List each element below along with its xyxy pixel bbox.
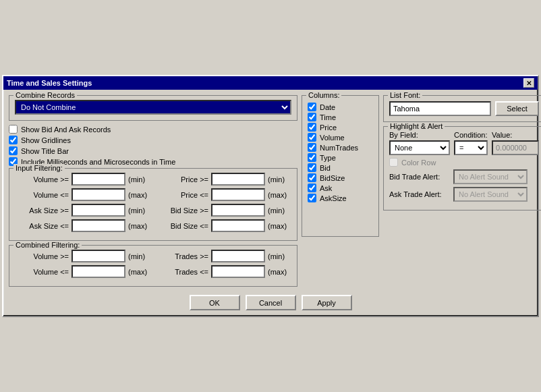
filter-row-4: Ask Size <= (max) Bid Size <= (max) <box>15 219 291 232</box>
value-col: Value: <box>492 131 539 155</box>
show-title-bar-checkbox[interactable] <box>9 146 18 155</box>
col-type: Type <box>308 153 373 162</box>
color-row-checkbox <box>389 158 398 167</box>
cf-trades-lte-label: Trades <= <box>154 268 208 276</box>
cf-vol-lte-label: Volume <= <box>15 268 69 276</box>
col-date-cb[interactable] <box>308 103 316 111</box>
combined-filtering-label: Combined Filtering: <box>13 241 82 249</box>
list-font-group: List Font: Select <box>383 95 541 122</box>
price-gte-label: Price >= <box>154 175 208 184</box>
ask-gte-input[interactable] <box>72 204 125 217</box>
filter-row-2: Volume <= (max) Price <= (max) <box>15 188 291 201</box>
show-title-bar-row: Show Title Bar <box>9 146 297 155</box>
highlight-alert-group: Highlight & Alert By Field: None Conditi… <box>383 126 541 211</box>
vol-gte-label: Volume >= <box>15 175 69 184</box>
show-bid-ask-label: Show Bid And Ask Records <box>21 125 111 134</box>
select-font-button[interactable]: Select <box>495 101 539 116</box>
vol-lte-input[interactable] <box>72 188 125 201</box>
cf-vol-gte-input[interactable] <box>72 250 125 262</box>
price-lte-input[interactable] <box>211 188 265 201</box>
col-asksize-cb[interactable] <box>308 194 316 202</box>
window-title: Time and Sales Settings <box>7 79 92 87</box>
col-time-cb[interactable] <box>308 113 316 121</box>
combined-filtering-group: Combined Filtering: Volume >= (min) Trad… <box>9 245 297 287</box>
bid-trade-label: Bid Trade Alert: <box>389 173 453 181</box>
col-bidsize: BidSize <box>308 173 373 182</box>
vol-gte-input[interactable] <box>72 173 125 186</box>
cf-trades-gte-input[interactable] <box>211 250 265 262</box>
apply-button[interactable]: Apply <box>302 295 352 310</box>
show-bid-ask-checkbox[interactable] <box>9 125 18 134</box>
ask-trade-alert-row: Ask Trade Alert: No Alert Sound <box>389 187 539 202</box>
cf-trades-lte-input[interactable] <box>211 265 265 278</box>
col-date-label: Date <box>320 103 335 111</box>
font-row: Select <box>389 101 539 116</box>
col-bid-cb[interactable] <box>308 163 316 172</box>
col-bidsize-label: BidSize <box>320 174 345 182</box>
condition-select[interactable]: = <box>454 140 488 155</box>
col-numtrades-label: NumTrades <box>320 144 358 152</box>
show-title-bar-label: Show Title Bar <box>21 147 69 155</box>
columns-group: Columns: Date Time Price <box>302 95 379 237</box>
filter-row-1: Volume >= (min) Price >= (min) <box>15 173 291 186</box>
col-price-label: Price <box>320 123 337 132</box>
checkboxes-group: Show Bid And Ask Records Show Gridlines … <box>9 125 297 166</box>
combine-records-group: Combine Records Do Not Combine <box>9 95 297 121</box>
by-field-col: By Field: None <box>389 131 450 155</box>
cf-row-2: Volume <= (max) Trades <= (max) <box>15 265 291 278</box>
ok-button[interactable]: OK <box>190 295 240 310</box>
combine-records-select[interactable]: Do Not Combine <box>15 100 291 115</box>
value-input[interactable] <box>492 140 539 155</box>
by-field-label: By Field: <box>389 131 450 139</box>
col-volume-cb[interactable] <box>308 133 316 142</box>
color-row-row: Color Row <box>389 158 539 167</box>
condition-label: Condition: <box>454 131 488 139</box>
combine-records-label: Combine Records <box>13 91 77 99</box>
font-name-input[interactable] <box>389 101 491 116</box>
cf-vol-lte-input[interactable] <box>72 265 125 278</box>
cf-vol-gte-label: Volume >= <box>15 252 69 260</box>
col-volume-label: Volume <box>320 134 345 142</box>
show-bid-ask-row: Show Bid And Ask Records <box>9 125 297 134</box>
bid-lte-label: Bid Size <= <box>154 222 208 230</box>
highlight-fields-row: By Field: None Condition: = <box>389 131 539 155</box>
columns-label: Columns: <box>306 91 341 99</box>
col-time: Time <box>308 113 373 121</box>
col-bid-label: Bid <box>320 164 331 172</box>
bid-trade-alert-row: Bid Trade Alert: No Alert Sound <box>389 169 539 184</box>
show-gridlines-row: Show Gridlines <box>9 136 297 144</box>
col-numtrades: NumTrades <box>308 143 373 152</box>
ask-lte-input[interactable] <box>72 219 125 232</box>
close-button[interactable]: ✕ <box>523 78 534 88</box>
bid-gte-input[interactable] <box>211 204 265 217</box>
col-volume: Volume <box>308 133 373 142</box>
col-numtrades-cb[interactable] <box>308 143 316 152</box>
input-filtering-group: Input Filtering: Volume >= (min) Price >… <box>9 168 297 241</box>
list-font-label: List Font: <box>388 91 422 99</box>
col-price: Price <box>308 123 373 132</box>
col-date: Date <box>308 103 373 111</box>
bid-trade-select[interactable]: No Alert Sound <box>453 169 528 184</box>
ask-trade-select[interactable]: No Alert Sound <box>453 187 528 202</box>
show-gridlines-label: Show Gridlines <box>21 136 71 144</box>
bid-lte-input[interactable] <box>211 219 265 232</box>
col-time-label: Time <box>320 113 336 121</box>
by-field-select[interactable]: None <box>389 140 450 155</box>
columns-panel: Columns: Date Time Price <box>302 95 379 291</box>
col-bidsize-cb[interactable] <box>308 173 316 182</box>
col-ask-cb[interactable] <box>308 184 316 192</box>
cancel-button[interactable]: Cancel <box>246 295 296 310</box>
ask-lte-label: Ask Size <= <box>15 222 69 230</box>
bottom-buttons: OK Cancel Apply <box>9 295 532 310</box>
highlight-alert-label: Highlight & Alert <box>388 122 445 130</box>
price-lte-label: Price <= <box>154 191 208 199</box>
columns-list: Date Time Price Volume <box>308 103 373 202</box>
col-type-cb[interactable] <box>308 153 316 162</box>
title-bar: Time and Sales Settings ✕ <box>3 76 538 90</box>
input-filtering-label: Input Filtering: <box>13 164 65 172</box>
col-bid: Bid <box>308 163 373 172</box>
filter-row-3: Ask Size >= (min) Bid Size >= (min) <box>15 204 291 217</box>
show-gridlines-checkbox[interactable] <box>9 136 18 144</box>
price-gte-input[interactable] <box>211 173 265 186</box>
col-price-cb[interactable] <box>308 123 316 132</box>
